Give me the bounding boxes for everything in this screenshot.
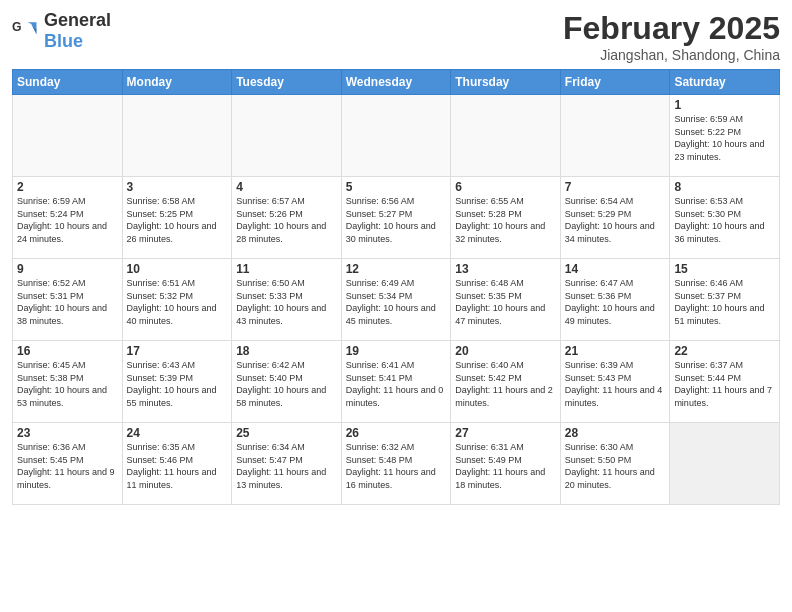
- calendar-cell: [122, 95, 232, 177]
- day-info: Sunrise: 6:57 AM Sunset: 5:26 PM Dayligh…: [236, 195, 337, 245]
- day-info: Sunrise: 6:55 AM Sunset: 5:28 PM Dayligh…: [455, 195, 556, 245]
- calendar-cell: 2Sunrise: 6:59 AM Sunset: 5:24 PM Daylig…: [13, 177, 123, 259]
- day-info: Sunrise: 6:36 AM Sunset: 5:45 PM Dayligh…: [17, 441, 118, 491]
- calendar-header-row: SundayMondayTuesdayWednesdayThursdayFrid…: [13, 70, 780, 95]
- day-info: Sunrise: 6:32 AM Sunset: 5:48 PM Dayligh…: [346, 441, 447, 491]
- day-info: Sunrise: 6:31 AM Sunset: 5:49 PM Dayligh…: [455, 441, 556, 491]
- day-info: Sunrise: 6:35 AM Sunset: 5:46 PM Dayligh…: [127, 441, 228, 491]
- calendar-cell: [341, 95, 451, 177]
- calendar-cell: 15Sunrise: 6:46 AM Sunset: 5:37 PM Dayli…: [670, 259, 780, 341]
- logo-general-text: General: [44, 10, 111, 30]
- day-info: Sunrise: 6:59 AM Sunset: 5:24 PM Dayligh…: [17, 195, 118, 245]
- day-info: Sunrise: 6:34 AM Sunset: 5:47 PM Dayligh…: [236, 441, 337, 491]
- day-info: Sunrise: 6:49 AM Sunset: 5:34 PM Dayligh…: [346, 277, 447, 327]
- day-number: 11: [236, 262, 337, 276]
- svg-text:G: G: [12, 20, 22, 34]
- calendar-cell: 12Sunrise: 6:49 AM Sunset: 5:34 PM Dayli…: [341, 259, 451, 341]
- calendar-cell: [232, 95, 342, 177]
- calendar-week-row: 1Sunrise: 6:59 AM Sunset: 5:22 PM Daylig…: [13, 95, 780, 177]
- calendar-table: SundayMondayTuesdayWednesdayThursdayFrid…: [12, 69, 780, 505]
- calendar-cell: 23Sunrise: 6:36 AM Sunset: 5:45 PM Dayli…: [13, 423, 123, 505]
- day-number: 3: [127, 180, 228, 194]
- calendar-title: February 2025: [563, 10, 780, 47]
- calendar-cell: 27Sunrise: 6:31 AM Sunset: 5:49 PM Dayli…: [451, 423, 561, 505]
- calendar-cell: 17Sunrise: 6:43 AM Sunset: 5:39 PM Dayli…: [122, 341, 232, 423]
- calendar-week-row: 2Sunrise: 6:59 AM Sunset: 5:24 PM Daylig…: [13, 177, 780, 259]
- day-info: Sunrise: 6:52 AM Sunset: 5:31 PM Dayligh…: [17, 277, 118, 327]
- calendar-cell: 10Sunrise: 6:51 AM Sunset: 5:32 PM Dayli…: [122, 259, 232, 341]
- calendar-cell: 20Sunrise: 6:40 AM Sunset: 5:42 PM Dayli…: [451, 341, 561, 423]
- day-info: Sunrise: 6:53 AM Sunset: 5:30 PM Dayligh…: [674, 195, 775, 245]
- day-info: Sunrise: 6:56 AM Sunset: 5:27 PM Dayligh…: [346, 195, 447, 245]
- day-info: Sunrise: 6:41 AM Sunset: 5:41 PM Dayligh…: [346, 359, 447, 409]
- day-info: Sunrise: 6:48 AM Sunset: 5:35 PM Dayligh…: [455, 277, 556, 327]
- calendar-cell: [560, 95, 670, 177]
- logo-blue-text: Blue: [44, 31, 83, 51]
- day-number: 9: [17, 262, 118, 276]
- calendar-cell: 22Sunrise: 6:37 AM Sunset: 5:44 PM Dayli…: [670, 341, 780, 423]
- calendar-cell: 28Sunrise: 6:30 AM Sunset: 5:50 PM Dayli…: [560, 423, 670, 505]
- day-number: 22: [674, 344, 775, 358]
- calendar-cell: 21Sunrise: 6:39 AM Sunset: 5:43 PM Dayli…: [560, 341, 670, 423]
- day-number: 25: [236, 426, 337, 440]
- title-area: February 2025 Jiangshan, Shandong, China: [563, 10, 780, 63]
- day-number: 16: [17, 344, 118, 358]
- day-info: Sunrise: 6:30 AM Sunset: 5:50 PM Dayligh…: [565, 441, 666, 491]
- calendar-cell: 26Sunrise: 6:32 AM Sunset: 5:48 PM Dayli…: [341, 423, 451, 505]
- calendar-cell: 19Sunrise: 6:41 AM Sunset: 5:41 PM Dayli…: [341, 341, 451, 423]
- day-number: 24: [127, 426, 228, 440]
- day-number: 10: [127, 262, 228, 276]
- day-info: Sunrise: 6:58 AM Sunset: 5:25 PM Dayligh…: [127, 195, 228, 245]
- calendar-week-row: 9Sunrise: 6:52 AM Sunset: 5:31 PM Daylig…: [13, 259, 780, 341]
- calendar-cell: 8Sunrise: 6:53 AM Sunset: 5:30 PM Daylig…: [670, 177, 780, 259]
- calendar-cell: 24Sunrise: 6:35 AM Sunset: 5:46 PM Dayli…: [122, 423, 232, 505]
- day-info: Sunrise: 6:40 AM Sunset: 5:42 PM Dayligh…: [455, 359, 556, 409]
- calendar-cell: [13, 95, 123, 177]
- weekday-header: Saturday: [670, 70, 780, 95]
- day-number: 17: [127, 344, 228, 358]
- day-number: 12: [346, 262, 447, 276]
- day-info: Sunrise: 6:43 AM Sunset: 5:39 PM Dayligh…: [127, 359, 228, 409]
- calendar-cell: 25Sunrise: 6:34 AM Sunset: 5:47 PM Dayli…: [232, 423, 342, 505]
- day-number: 19: [346, 344, 447, 358]
- calendar-cell: 7Sunrise: 6:54 AM Sunset: 5:29 PM Daylig…: [560, 177, 670, 259]
- day-number: 28: [565, 426, 666, 440]
- day-info: Sunrise: 6:54 AM Sunset: 5:29 PM Dayligh…: [565, 195, 666, 245]
- day-number: 2: [17, 180, 118, 194]
- logo: G General Blue: [12, 10, 111, 52]
- calendar-cell: 9Sunrise: 6:52 AM Sunset: 5:31 PM Daylig…: [13, 259, 123, 341]
- weekday-header: Wednesday: [341, 70, 451, 95]
- calendar-week-row: 16Sunrise: 6:45 AM Sunset: 5:38 PM Dayli…: [13, 341, 780, 423]
- weekday-header: Monday: [122, 70, 232, 95]
- calendar-cell: 14Sunrise: 6:47 AM Sunset: 5:36 PM Dayli…: [560, 259, 670, 341]
- day-number: 15: [674, 262, 775, 276]
- calendar-cell: [451, 95, 561, 177]
- day-number: 5: [346, 180, 447, 194]
- day-number: 18: [236, 344, 337, 358]
- weekday-header: Tuesday: [232, 70, 342, 95]
- day-info: Sunrise: 6:59 AM Sunset: 5:22 PM Dayligh…: [674, 113, 775, 163]
- calendar-cell: 6Sunrise: 6:55 AM Sunset: 5:28 PM Daylig…: [451, 177, 561, 259]
- day-number: 20: [455, 344, 556, 358]
- calendar-cell: [670, 423, 780, 505]
- day-info: Sunrise: 6:37 AM Sunset: 5:44 PM Dayligh…: [674, 359, 775, 409]
- calendar-cell: 5Sunrise: 6:56 AM Sunset: 5:27 PM Daylig…: [341, 177, 451, 259]
- day-info: Sunrise: 6:47 AM Sunset: 5:36 PM Dayligh…: [565, 277, 666, 327]
- weekday-header: Friday: [560, 70, 670, 95]
- day-info: Sunrise: 6:50 AM Sunset: 5:33 PM Dayligh…: [236, 277, 337, 327]
- logo-icon: G: [12, 17, 40, 45]
- calendar-cell: 11Sunrise: 6:50 AM Sunset: 5:33 PM Dayli…: [232, 259, 342, 341]
- calendar-cell: 16Sunrise: 6:45 AM Sunset: 5:38 PM Dayli…: [13, 341, 123, 423]
- day-number: 13: [455, 262, 556, 276]
- calendar-cell: 4Sunrise: 6:57 AM Sunset: 5:26 PM Daylig…: [232, 177, 342, 259]
- day-info: Sunrise: 6:42 AM Sunset: 5:40 PM Dayligh…: [236, 359, 337, 409]
- day-number: 14: [565, 262, 666, 276]
- day-number: 1: [674, 98, 775, 112]
- day-number: 26: [346, 426, 447, 440]
- calendar-subtitle: Jiangshan, Shandong, China: [563, 47, 780, 63]
- day-info: Sunrise: 6:45 AM Sunset: 5:38 PM Dayligh…: [17, 359, 118, 409]
- calendar-cell: 18Sunrise: 6:42 AM Sunset: 5:40 PM Dayli…: [232, 341, 342, 423]
- page-container: G General Blue February 2025 Jiangshan, …: [0, 0, 792, 513]
- day-number: 7: [565, 180, 666, 194]
- calendar-cell: 1Sunrise: 6:59 AM Sunset: 5:22 PM Daylig…: [670, 95, 780, 177]
